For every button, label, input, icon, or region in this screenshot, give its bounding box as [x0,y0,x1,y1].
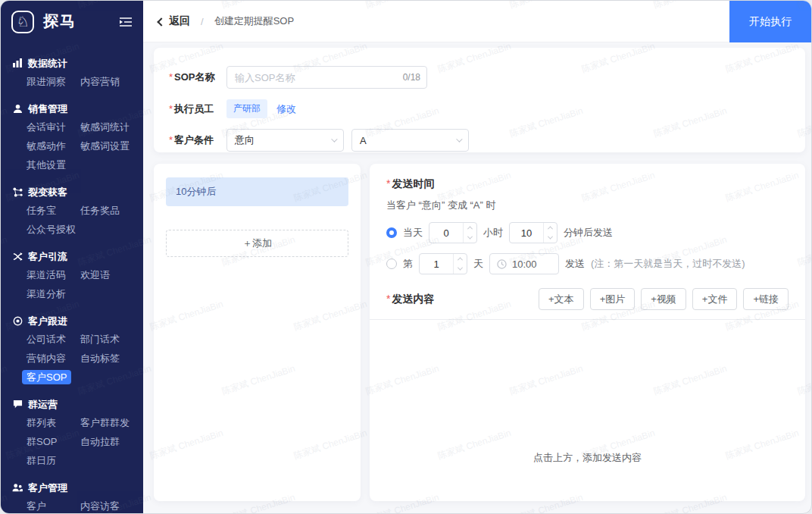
clock-icon [497,259,507,269]
bar-chart-icon [12,58,23,69]
sidebar-section-title: 客户引流 [28,250,67,264]
condition-row: *客户条件 意向 A [169,129,790,152]
sidebar-section: 群运营群列表客户群群发群SOP自动拉群群日历 [1,396,143,470]
target-icon [12,316,23,327]
sidebar-item-内容访客[interactable]: 内容访客 [80,497,143,513]
sidebar-section-items: 渠道活码欢迎语渠道分析 [1,265,143,303]
sidebar-section: 裂变获客任务宝任务奖品公众号授权 [1,183,143,239]
add-content-button-文件[interactable]: +文件 [692,288,738,310]
sidebar-item-群SOP[interactable]: 群SOP [27,432,80,451]
same-day-prefix: 当天 [403,226,423,240]
sidebar-item-跟进洞察[interactable]: 跟进洞察 [27,72,80,91]
sidebar-item-欢迎语[interactable]: 欢迎语 [80,265,143,284]
back-button[interactable]: 返回 [158,14,190,28]
sidebar-item-任务奖品[interactable]: 任务奖品 [80,201,143,220]
sidebar-section-items: 会话审计敏感词统计敏感动作敏感词设置其他设置 [1,118,143,174]
nth-day-unit: 天 [473,257,483,271]
sidebar-item-公司话术[interactable]: 公司话术 [27,330,80,349]
hours-stepper[interactable]: 0 [429,222,477,243]
sidebar-item-客户SOP[interactable]: 客户SOP [27,368,80,387]
sop-name-row: *SOP名称 0/18 [169,66,790,89]
decrement-icon[interactable] [454,264,467,274]
sop-name-input[interactable] [226,66,427,89]
same-day-radio[interactable] [386,227,397,238]
sidebar-item-群日历[interactable]: 群日历 [27,451,80,470]
sidebar-section-items: 任务宝任务奖品公众号授权 [1,201,143,239]
add-content-button-链接[interactable]: +链接 [743,288,789,310]
steps-list: 10分钟后 [166,177,348,206]
sidebar-item-渠道活码[interactable]: 渠道活码 [27,265,80,284]
add-content-button-文本[interactable]: +文本 [539,288,584,310]
decrement-icon[interactable] [544,233,557,243]
increment-icon[interactable] [464,223,476,233]
sidebar-section: 客户管理客户内容访客客户群发流失客户 [1,479,143,513]
collapse-sidebar-icon[interactable] [119,17,133,27]
sidebar-section-header: 裂变获客 [1,183,143,201]
nth-day-suffix: 发送 [565,257,585,271]
add-step-button[interactable]: ＋添加 [166,230,348,257]
content-type-buttons: +文本+图片+视频+文件+链接 [539,288,789,310]
trigger-condition-text: 当客户 “意向” 变成 “A” 时 [386,199,789,212]
same-day-suffix: 分钟后发送 [564,226,613,240]
shuffle-arrows-icon [12,252,23,262]
sidebar-item-部门话术[interactable]: 部门话术 [80,330,143,349]
sidebar-section: 数据统计跟进洞察内容营销 [1,55,143,91]
sop-steps-card: 10分钟后 ＋添加 [154,164,361,501]
day-stepper[interactable]: 1 [419,253,467,274]
nth-day-note: (注：第一天就是当天，过时不发送) [591,257,745,271]
sidebar-item-敏感动作[interactable]: 敏感动作 [27,136,80,155]
content: *SOP名称 0/18 *执行员工 产研部 修改 *客户条件 意向 A [143,42,811,513]
same-day-option-row: 当天 0 小时 10 分钟后发送 [386,222,789,243]
brand-name: 探马 [43,11,77,32]
sidebar-item-自动拉群[interactable]: 自动拉群 [80,432,143,451]
condition-label: *客户条件 [169,133,226,147]
time-picker[interactable]: 10:00 [489,253,559,274]
sidebar-section-title: 数据统计 [28,57,67,71]
increment-icon[interactable] [544,223,557,233]
nth-day-radio[interactable] [386,259,397,269]
nth-day-prefix: 第 [403,257,413,271]
sidebar-item-渠道分析[interactable]: 渠道分析 [27,284,80,303]
condition-field-select[interactable]: 意向 [226,129,344,152]
sidebar-item-群列表[interactable]: 群列表 [27,413,80,432]
sidebar-item-自动标签[interactable]: 自动标签 [80,349,143,368]
sidebar-item-营销内容[interactable]: 营销内容 [27,349,80,368]
sidebar-item-公众号授权[interactable]: 公众号授权 [27,220,80,239]
sop-step-item[interactable]: 10分钟后 [166,177,348,206]
minutes-stepper[interactable]: 10 [509,222,557,243]
condition-value-select[interactable]: A [351,129,469,152]
step-detail-card: *发送时间 当客户 “意向” 变成 “A” 时 当天 0 小时 10 分钟后发送… [370,164,805,501]
chat-bubble-icon [12,400,23,410]
start-execute-button[interactable]: 开始执行 [729,1,811,42]
user-icon [12,104,23,114]
sidebar-section-title: 群运营 [28,398,58,412]
add-content-button-图片[interactable]: +图片 [590,288,636,310]
send-content-label: *发送内容 [386,293,434,306]
modify-executor-link[interactable]: 修改 [276,102,296,116]
sidebar-item-客户群群发[interactable]: 客户群群发 [80,413,143,432]
topbar: 返回 / 创建定期提醒SOP 开始执行 [143,1,811,42]
sidebar-section-header: 客户管理 [1,479,143,497]
sidebar-item-客户[interactable]: 客户 [27,497,80,513]
increment-icon[interactable] [454,254,467,264]
executor-label: *执行员工 [169,102,226,116]
sidebar-item-敏感词设置[interactable]: 敏感词设置 [80,136,143,155]
sidebar-section-items: 公司话术部门话术营销内容自动标签客户SOP [1,330,143,387]
sidebar-section: 销售管理会话审计敏感词统计敏感动作敏感词设置其他设置 [1,100,143,174]
sidebar-section-header: 数据统计 [1,55,143,72]
sidebar-item-会话审计[interactable]: 会话审计 [27,118,80,136]
sidebar-item-敏感词统计[interactable]: 敏感词统计 [80,118,143,136]
add-content-button-视频[interactable]: +视频 [641,288,686,310]
sidebar-nav: 数据统计跟进洞察内容营销销售管理会话审计敏感词统计敏感动作敏感词设置其他设置裂变… [1,42,143,513]
sidebar-section: 客户跟进公司话术部门话术营销内容自动标签客户SOP [1,312,143,387]
sidebar-section-items: 群列表客户群群发群SOP自动拉群群日历 [1,413,143,470]
chevron-down-icon [456,136,462,142]
sidebar-section-title: 销售管理 [28,102,67,116]
sidebar-item-其他设置[interactable]: 其他设置 [27,155,80,174]
sidebar-item-任务宝[interactable]: 任务宝 [27,201,80,220]
sidebar-section-header: 销售管理 [1,100,143,118]
decrement-icon[interactable] [464,233,476,243]
users-icon [12,483,23,494]
sidebar-section-header: 客户跟进 [1,312,143,330]
sidebar-item-内容营销[interactable]: 内容营销 [80,72,143,91]
